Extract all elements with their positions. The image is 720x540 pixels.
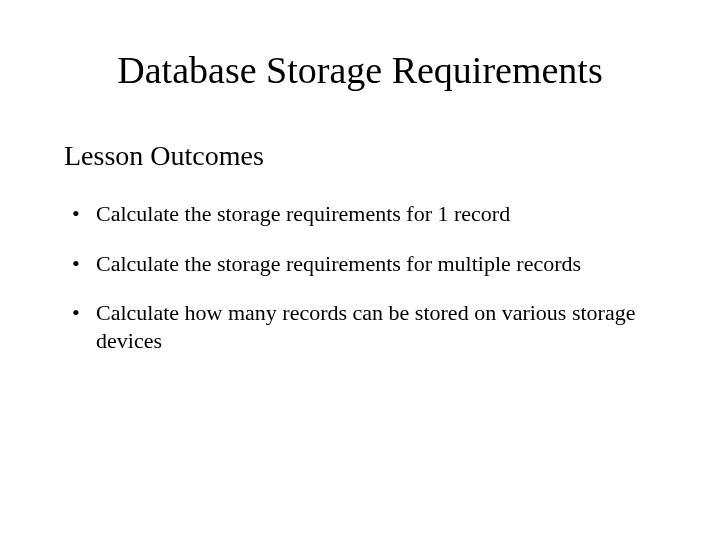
slide-title: Database Storage Requirements [60,48,660,92]
list-item: Calculate how many records can be stored… [68,299,660,354]
list-item: Calculate the storage requirements for m… [68,250,660,278]
list-item: Calculate the storage requirements for 1… [68,200,660,228]
bullet-list: Calculate the storage requirements for 1… [68,200,660,354]
slide-subtitle: Lesson Outcomes [64,140,660,172]
